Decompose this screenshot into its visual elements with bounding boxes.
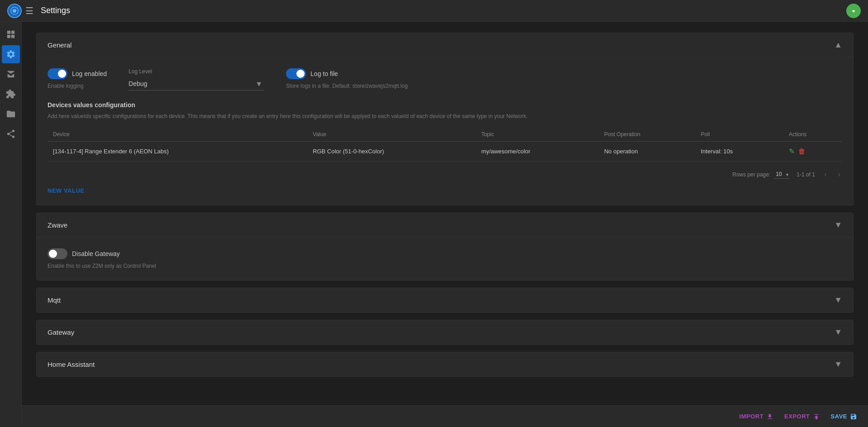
app-logo [7, 4, 22, 18]
mqtt-section-header[interactable]: Mqtt ▼ [37, 288, 853, 312]
export-label: EXPORT [784, 413, 810, 420]
svg-point-1 [13, 9, 16, 13]
log-level-select[interactable]: Debug Info Warn Error [129, 77, 264, 90]
sidebar-item-store[interactable] [2, 65, 20, 83]
sidebar-item-folder[interactable] [2, 105, 20, 123]
home-assistant-chevron-icon: ▼ [834, 360, 842, 369]
log-level-select-wrapper: Debug Info Warn Error ▼ [129, 77, 264, 90]
log-level-label: Log Level [129, 68, 264, 75]
log-to-file-toggle[interactable] [286, 68, 306, 79]
cell-device: [134-117-4] Range Extender 6 (AEON Labs) [48, 142, 307, 161]
log-enabled-group: Log enabled Enable logging [48, 68, 107, 89]
gateway-section-title: Gateway [48, 328, 74, 336]
col-post-operation: Post Operation [599, 128, 695, 142]
table-row: [134-117-4] Range Extender 6 (AEON Labs)… [48, 142, 842, 161]
import-button[interactable]: IMPORT [739, 413, 774, 420]
log-to-file-label: Log to file [310, 70, 338, 77]
zwave-section-content: Disable Gateway Enable this to use Z2M o… [37, 237, 853, 280]
zwave-section: Zwave ▼ Disable Gateway Enable this to u… [36, 213, 854, 280]
new-value-button[interactable]: NEW VALUE [48, 187, 85, 194]
disable-gateway-label: Disable Gateway [72, 250, 120, 257]
log-to-file-group: Log to file Store logs in a file. Defaul… [286, 68, 408, 89]
devices-table: Device Value Topic Post Operation Poll A… [48, 128, 842, 161]
col-value: Value [307, 128, 476, 142]
disable-gateway-toggle-container: Disable Gateway [48, 248, 842, 259]
disable-gateway-group: Disable Gateway Enable this to use Z2M o… [48, 248, 842, 269]
col-actions: Actions [783, 128, 842, 142]
cell-value: RGB Color (51-0-hexColor) [307, 142, 476, 161]
svg-rect-4 [7, 31, 10, 34]
pagination-info: 1-1 of 1 [796, 171, 815, 178]
cell-poll: Interval: 10s [695, 142, 783, 161]
mqtt-section-title: Mqtt [48, 296, 61, 304]
sidebar [0, 22, 22, 427]
main-content: General ▲ Log enabled Enable logging [22, 22, 868, 427]
log-enabled-toggle-container: Log enabled [48, 68, 107, 79]
disable-gateway-toggle[interactable] [48, 248, 67, 259]
gateway-section-header[interactable]: Gateway ▼ [37, 320, 853, 344]
sidebar-item-plugins[interactable] [2, 85, 20, 103]
export-button[interactable]: EXPORT [784, 413, 820, 420]
log-enabled-sublabel: Enable logging [48, 83, 107, 89]
svg-rect-7 [11, 35, 14, 38]
zwave-section-title: Zwave [48, 221, 67, 229]
col-device: Device [48, 128, 307, 142]
col-poll: Poll [695, 128, 783, 142]
home-assistant-section: Home Assistant ▼ [36, 352, 854, 377]
sidebar-item-dashboard[interactable] [2, 25, 20, 43]
topbar: ☰ Settings ● [0, 0, 868, 22]
mqtt-chevron-icon: ▼ [834, 295, 842, 305]
sidebar-item-share[interactable] [2, 125, 20, 143]
disable-gateway-sublabel: Enable this to use Z2M only as Control P… [48, 263, 842, 269]
svg-rect-6 [7, 35, 10, 38]
log-enabled-label: Log enabled [72, 70, 107, 77]
home-assistant-section-header[interactable]: Home Assistant ▼ [37, 352, 853, 376]
svg-text:●: ● [852, 8, 855, 14]
log-to-file-toggle-container: Log to file [286, 68, 408, 79]
edit-row-icon[interactable]: ✎ [789, 147, 795, 156]
devices-config-desc: Add here valueIds specific configuration… [48, 112, 842, 120]
svg-rect-5 [11, 31, 14, 34]
hamburger-icon[interactable]: ☰ [25, 5, 33, 16]
save-label: SAVE [831, 413, 847, 420]
gateway-section: Gateway ▼ [36, 320, 854, 345]
devices-config: Devices values configuration Add here va… [48, 101, 842, 194]
gateway-chevron-icon: ▼ [834, 327, 842, 337]
delete-row-icon[interactable]: 🗑 [798, 147, 806, 156]
general-section-header[interactable]: General ▲ [37, 33, 853, 57]
general-section: General ▲ Log enabled Enable logging [36, 33, 854, 205]
general-section-content: Log enabled Enable logging Log Level Deb… [37, 57, 853, 205]
sidebar-item-settings[interactable] [2, 45, 20, 63]
rows-per-page-container: Rows per page: 10 25 50 ▼ [732, 170, 789, 179]
rows-per-page-select[interactable]: 10 25 50 [774, 170, 789, 179]
log-to-file-sublabel: Store logs in a file. Default: store/zwa… [286, 83, 408, 89]
log-level-group: Log Level Debug Info Warn Error ▼ [129, 68, 264, 90]
general-section-title: General [48, 41, 72, 49]
avatar[interactable]: ● [846, 4, 861, 18]
devices-config-title: Devices values configuration [48, 101, 842, 109]
col-topic: Topic [476, 128, 599, 142]
bottom-bar: IMPORT EXPORT SAVE [22, 405, 868, 427]
cell-post-operation: No operation [599, 142, 695, 161]
mqtt-section: Mqtt ▼ [36, 288, 854, 313]
home-assistant-section-title: Home Assistant [48, 361, 95, 368]
general-chevron-icon: ▲ [834, 40, 842, 50]
table-footer: Rows per page: 10 25 50 ▼ 1-1 of 1 ‹ › [48, 165, 842, 184]
import-label: IMPORT [739, 413, 764, 420]
zwave-chevron-icon: ▼ [834, 220, 842, 230]
pagination-next-button[interactable]: › [836, 169, 842, 180]
save-button[interactable]: SAVE [831, 413, 857, 420]
cell-actions: ✎ 🗑 [783, 142, 842, 161]
cell-topic: my/awesome/color [476, 142, 599, 161]
rows-per-page-label: Rows per page: [732, 171, 770, 178]
page-title: Settings [41, 6, 846, 15]
pagination-prev-button[interactable]: ‹ [822, 169, 829, 180]
log-enabled-toggle[interactable] [48, 68, 67, 79]
zwave-section-header[interactable]: Zwave ▼ [37, 213, 853, 237]
